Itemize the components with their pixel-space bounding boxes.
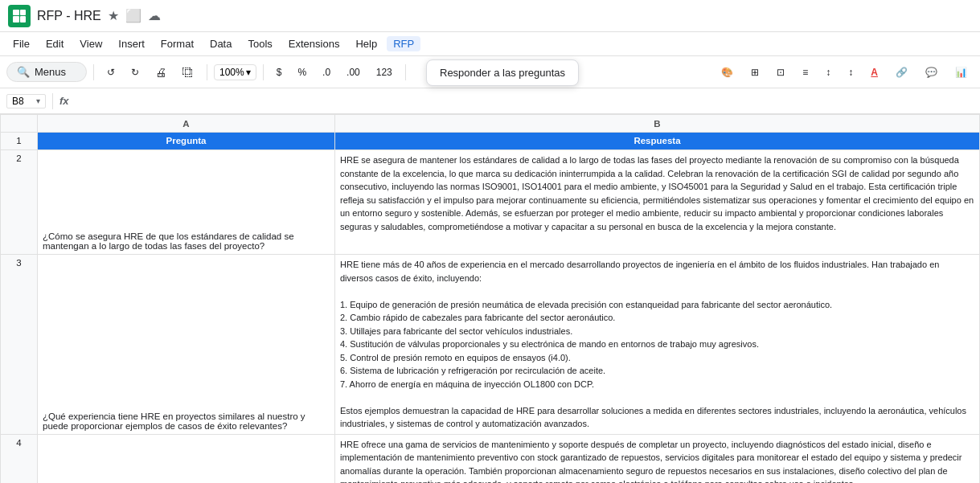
- menus-label: Menus: [35, 66, 66, 78]
- spreadsheet: A B 1 Pregunta Respuesta 2 ¿Cómo se aseg…: [0, 114, 980, 483]
- zoom-control[interactable]: 100% ▾: [214, 64, 256, 80]
- toolbar: 🔍 Menus ↺ ↻ 🖨 ⿻ 100% ▾ $ % .0 .00 123 Re…: [0, 56, 980, 88]
- text-rotation-button[interactable]: ↕: [842, 63, 859, 81]
- formula-separator: [52, 93, 53, 109]
- corner-cell: [1, 115, 38, 133]
- zoom-value: 100%: [219, 67, 244, 78]
- valign-button[interactable]: ↕: [819, 63, 837, 81]
- function-icon: fx: [59, 95, 69, 107]
- question-2[interactable]: ¿Cómo se asegura HRE de que los estándar…: [38, 150, 335, 255]
- comment-button[interactable]: 💬: [919, 63, 944, 81]
- answer-3[interactable]: HRE tiene más de 40 años de experiencia …: [335, 255, 980, 435]
- table-row: 2 ¿Cómo se asegura HRE de que los estánd…: [1, 150, 980, 255]
- dec-decimals-button[interactable]: .0: [316, 63, 337, 81]
- col-b-header: B: [335, 115, 980, 133]
- row-num-2: 2: [1, 150, 38, 255]
- answer-2[interactable]: HRE se asegura de mantener los estándare…: [335, 150, 980, 255]
- menus-search[interactable]: 🔍 Menus: [6, 62, 87, 82]
- question-3[interactable]: ¿Qué experiencia tiene HRE en proyectos …: [38, 255, 335, 435]
- title-icons: ★ ⬜ ☁: [108, 8, 161, 23]
- menu-view[interactable]: View: [73, 36, 109, 51]
- question-4[interactable]: ¿Qué servicios de mantenimiento y soport…: [38, 434, 335, 483]
- add-decimals-button[interactable]: .00: [340, 63, 367, 81]
- format-number-button[interactable]: 123: [370, 63, 399, 81]
- toolbar-right: 🎨 ⊞ ⊡ ≡ ↕ ↕ A 🔗 💬 📊: [715, 63, 974, 81]
- copy-format-button[interactable]: ⿻: [176, 63, 200, 82]
- col-headers-row: A B: [1, 115, 980, 133]
- answer-4[interactable]: HRE ofrece una gama de servicios de mant…: [335, 434, 980, 483]
- menu-insert[interactable]: Insert: [112, 36, 151, 51]
- menu-edit[interactable]: Edit: [39, 36, 70, 51]
- formula-bar: B8 ▾ fx: [0, 88, 980, 114]
- sheet-table: A B 1 Pregunta Respuesta 2 ¿Cómo se aseg…: [0, 114, 980, 483]
- cloud-icon[interactable]: ☁: [148, 8, 161, 23]
- ai-suggestion-text: Responder a las preguntas: [440, 67, 565, 79]
- undo-button[interactable]: ↺: [100, 63, 121, 81]
- menu-bar: File Edit View Insert Format Data Tools …: [0, 32, 980, 56]
- row-num-4: 4: [1, 434, 38, 483]
- star-icon[interactable]: ★: [108, 8, 119, 23]
- menu-file[interactable]: File: [6, 36, 36, 51]
- table-row: 1 Pregunta Respuesta: [1, 133, 980, 150]
- chart-button[interactable]: 📊: [949, 63, 974, 81]
- search-icon: 🔍: [17, 66, 30, 78]
- formula-input[interactable]: [76, 96, 974, 107]
- align-button[interactable]: ≡: [796, 63, 814, 81]
- menu-data[interactable]: Data: [203, 36, 238, 51]
- cell-ref-dropdown[interactable]: ▾: [36, 96, 40, 105]
- header-respuesta: Respuesta: [335, 133, 980, 150]
- percent-button[interactable]: %: [291, 63, 313, 81]
- row-num-1: 1: [1, 133, 38, 150]
- doc-title[interactable]: RFP - HRE: [37, 9, 101, 23]
- menu-help[interactable]: Help: [349, 36, 383, 51]
- paint-bucket-button[interactable]: 🎨: [715, 63, 740, 81]
- row-num-3: 3: [1, 255, 38, 435]
- menu-format[interactable]: Format: [154, 36, 200, 51]
- separator-2: [207, 64, 207, 80]
- menu-tools[interactable]: Tools: [241, 36, 278, 51]
- merge-cells-button[interactable]: ⊡: [770, 63, 791, 81]
- separator-4: [405, 64, 406, 80]
- menu-extensions[interactable]: Extensions: [282, 36, 346, 51]
- borders-button[interactable]: ⊞: [744, 63, 765, 81]
- print-button[interactable]: 🖨: [149, 63, 173, 82]
- cell-ref-value: B8: [12, 96, 36, 107]
- cell-reference-box[interactable]: B8 ▾: [6, 94, 46, 108]
- menu-rfp[interactable]: RFP: [387, 36, 420, 51]
- title-bar: RFP - HRE ★ ⬜ ☁: [0, 0, 980, 32]
- app-icon: [8, 5, 31, 27]
- table-row: 4 ¿Qué servicios de mantenimiento y sopo…: [1, 434, 980, 483]
- folder-icon[interactable]: ⬜: [125, 8, 141, 23]
- font-color-button[interactable]: A: [864, 63, 884, 81]
- separator-3: [263, 64, 264, 80]
- separator-1: [93, 64, 94, 80]
- redo-button[interactable]: ↻: [125, 63, 146, 81]
- zoom-dropdown-icon: ▾: [246, 67, 251, 78]
- col-a-header: A: [38, 115, 335, 133]
- table-row: 3 ¿Qué experiencia tiene HRE en proyecto…: [1, 255, 980, 435]
- ai-suggestion-box[interactable]: Responder a las preguntas: [426, 59, 579, 86]
- header-pregunta: Pregunta: [38, 133, 335, 150]
- link-button[interactable]: 🔗: [889, 63, 914, 81]
- currency-button[interactable]: $: [270, 63, 289, 81]
